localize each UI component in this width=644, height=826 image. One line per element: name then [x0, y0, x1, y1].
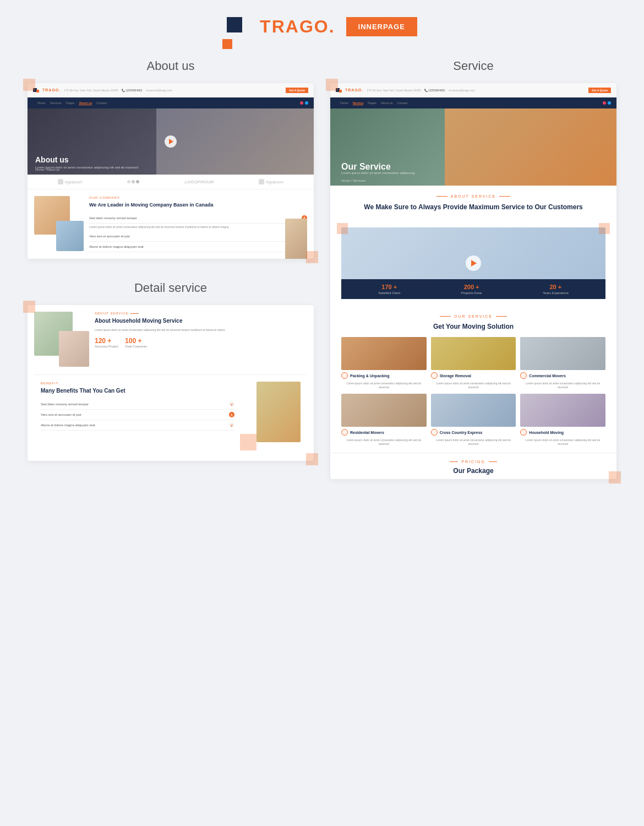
about-nav-links: Home Services Pages About us Contact: [37, 101, 107, 105]
service-card-wrapper: TRAGO. 175 5th Ave. New York, South Mant…: [330, 83, 616, 479]
accordion-item-3[interactable]: Abore et dolore magna aliquyam erat ∨: [89, 242, 307, 252]
service-title-2: Storage Removal: [440, 374, 471, 378]
svc-nav-contact[interactable]: Contact: [397, 101, 408, 105]
service-mini-nav: TRAGO. 175 5th Ave. New York, South Mant…: [330, 83, 616, 97]
service-title-1: Packing & Unpacking: [350, 374, 390, 378]
service-thumb-1: [341, 337, 427, 370]
benefits-img-accent: [240, 434, 256, 450]
nav-pages[interactable]: Pages: [66, 101, 75, 105]
service-mini-addr: 175 5th Ave. New York, South Mantra 2045…: [367, 89, 421, 92]
about-us-column: About us TRAGO. 175 5th Ave. New York, S…: [28, 59, 314, 479]
benefits-heading: Many Benefits That You Can Get: [41, 387, 234, 395]
service-card: TRAGO. 175 5th Ave. New York, South Mant…: [330, 83, 616, 479]
mini-orange-sq: [36, 90, 39, 93]
logo-icon: [227, 17, 249, 37]
stat-experience-label: Years Experience: [543, 291, 569, 295]
stat-label-2: Total Costumer: [125, 345, 147, 348]
about-us-title: About us: [28, 59, 314, 73]
service-item-5: Cross Country Express Lorem ipsum dolor …: [431, 394, 516, 446]
service-mini-cta[interactable]: Get A Quote: [588, 88, 611, 93]
service-desc-5: Lorem ipsum dolor sit amet consectetur a…: [431, 438, 516, 446]
stat-satisfied-num: 170 +: [378, 284, 400, 290]
accordion-text-3: Abore et dolore magna aliquyam erat: [89, 245, 144, 248]
benefits-acc-icon-1[interactable]: ∨: [229, 401, 234, 407]
detail-service-title: Detail service: [28, 281, 314, 295]
service-thumb-4: [341, 394, 427, 427]
detail-deco-tl: [23, 301, 35, 313]
stat-label-1: Success Project: [95, 345, 118, 348]
detail-text: ABOUT SERVICE About Household Moving Ser…: [95, 312, 307, 367]
package-section: PRICING Our Package: [330, 453, 616, 479]
about-us-card-wrapper: TRAGO. 175 5th Ave. New York, South Mant…: [28, 83, 314, 259]
company-label: OUR COMPANY: [89, 196, 307, 199]
benefits-accordion-3[interactable]: Abore et dolore magna aliquyam erat ∨: [41, 420, 234, 431]
benefits-img-main: [256, 382, 301, 442]
nav-about[interactable]: About us: [79, 101, 92, 105]
stat-satisfied: 170 + Satisfied Client: [378, 284, 400, 295]
svc-social-fb: [598, 101, 601, 105]
stat-projects-label: Projects Done: [461, 291, 482, 295]
service-desc-2: Lorem ipsum dolor sit amet consectetur a…: [431, 382, 516, 389]
social-tw: [305, 101, 308, 105]
social-fb: [295, 101, 298, 105]
accordion-item-1[interactable]: Sed diam nonumy eirnod tempor ∧: [89, 213, 307, 224]
stat-experience-num: 20 +: [543, 284, 569, 290]
about-text-block: OUR COMPANY We Are Leader in Moving Comp…: [89, 196, 307, 252]
nav-services[interactable]: Services: [50, 101, 62, 105]
svc-social-ig: [603, 101, 606, 105]
benefits-accordion-1[interactable]: Sed diam nonumy eirnod tempor ∨: [41, 399, 234, 410]
about-us-card: TRAGO. 175 5th Ave. New York, South Mant…: [28, 83, 314, 259]
detail-service-card: ABOUT SERVICE About Household Moving Ser…: [28, 305, 314, 461]
service-hero-title: Our Service: [341, 162, 391, 172]
benefits-acc-icon-2[interactable]: ∧: [229, 412, 234, 417]
service-thumb-6: [520, 394, 605, 427]
about-img-stack: [34, 196, 84, 251]
benefits-label: BENEFIT: [41, 382, 234, 385]
benefits-accordion-2[interactable]: Vero eos et accusam et just ∧: [41, 410, 234, 420]
detail-stats-row: 120 + Success Project 100 + Total Costum…: [95, 337, 307, 348]
service-icon-1: [341, 372, 348, 379]
mini-cta-btn[interactable]: Get A Quote: [286, 88, 308, 93]
mini-phone: 📞 12055884882: [122, 89, 143, 92]
logo-icon-1: [58, 179, 63, 184]
svc-nav-home[interactable]: Home: [340, 101, 348, 105]
about-social-icons: [295, 101, 308, 105]
service-mini-logo-text: TRAGO.: [345, 88, 363, 92]
service-thumb-3: [520, 337, 605, 370]
about-hero-title: About us: [35, 155, 138, 164]
accordion-content-1: Lorem ipsum dolor sit amet consectetur a…: [89, 225, 307, 230]
service-item-2: Storage Removal Lorem ipsum dolor sit am…: [431, 337, 516, 389]
about-hero-img: [156, 108, 314, 175]
accordion-text-1: Sed diam nonumy eirnod tempor: [89, 216, 137, 220]
our-service-label: OUR SERVICE: [341, 314, 605, 318]
service-grid: Packing & Unpacking Lorem ipsum dolor si…: [341, 337, 605, 446]
benefits-acc-text-1: Sed diam nonumy eirnod tempor: [41, 403, 89, 406]
service-title: Service: [330, 59, 616, 73]
main-grid: About us TRAGO. 175 5th Ave. New York, S…: [0, 48, 644, 501]
nav-home[interactable]: Home: [37, 101, 46, 105]
service-img-container: 170 + Satisfied Client 200 + Projects Do…: [341, 227, 605, 299]
service-thumb-5: [431, 394, 516, 427]
accordion-item-2[interactable]: Vero eos et accusam et just ∨: [89, 231, 307, 242]
service-play-btn[interactable]: [466, 256, 481, 271]
nav-contact[interactable]: Contact: [96, 101, 107, 105]
logo-item-1: logolpsum: [58, 179, 83, 184]
benefits-img: [240, 382, 301, 448]
service-main-heading: We Make Sure to Always Provide Maximum S…: [341, 203, 605, 212]
service-icon-4: [341, 429, 348, 436]
logo-item-3: logolpsum: [259, 179, 283, 184]
svc-nav-about[interactable]: About us: [381, 101, 393, 105]
play-button[interactable]: [165, 135, 177, 148]
about-mini-nav: TRAGO. 175 5th Ave. New York, South Mant…: [28, 83, 314, 97]
detail-heading: About Household Moving Service: [95, 317, 307, 325]
stat-satisfied-label: Satisfied Client: [378, 291, 400, 295]
moving-solution: OUR SERVICE Get Your Moving Solution Pac…: [330, 308, 616, 453]
benefits-text: BENEFIT Many Benefits That You Can Get S…: [41, 382, 234, 448]
service-item-1: Packing & Unpacking Lorem ipsum dolor si…: [341, 337, 427, 389]
detail-stat-1: 120 + Success Project: [95, 337, 118, 348]
benefits-acc-icon-3[interactable]: ∨: [229, 422, 234, 428]
svc-nav-service[interactable]: Service: [353, 101, 364, 105]
service-desc-6: Lorem ipsum dolor sit amet consectetur a…: [520, 438, 605, 446]
service-hero-person: [445, 108, 616, 186]
svc-nav-pages[interactable]: Pages: [368, 101, 376, 105]
